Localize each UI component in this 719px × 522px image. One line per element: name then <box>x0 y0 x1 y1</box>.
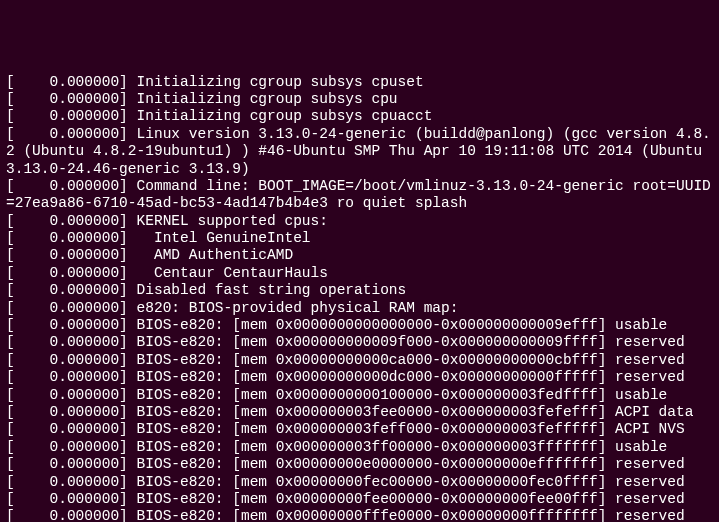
log-line: [ 0.000000] BIOS-e820: [mem 0x0000000000… <box>6 369 713 386</box>
terminal-output: [ 0.000000] Initializing cgroup subsys c… <box>6 74 713 522</box>
log-line: [ 0.000000] Centaur CentaurHauls <box>6 265 713 282</box>
log-line: [ 0.000000] BIOS-e820: [mem 0x000000003f… <box>6 439 713 456</box>
log-line: [ 0.000000] BIOS-e820: [mem 0x0000000000… <box>6 387 713 404</box>
log-line: [ 0.000000] e820: BIOS-provided physical… <box>6 300 713 317</box>
log-line: [ 0.000000] BIOS-e820: [mem 0x0000000000… <box>6 317 713 334</box>
log-line: [ 0.000000] Initializing cgroup subsys c… <box>6 74 713 91</box>
log-line: [ 0.000000] BIOS-e820: [mem 0x0000000000… <box>6 334 713 351</box>
log-line: [ 0.000000] Disabled fast string operati… <box>6 282 713 299</box>
log-line: [ 0.000000] BIOS-e820: [mem 0x0000000000… <box>6 352 713 369</box>
log-line: [ 0.000000] BIOS-e820: [mem 0x00000000ff… <box>6 508 713 522</box>
log-line: [ 0.000000] Linux version 3.13.0-24-gene… <box>6 126 713 178</box>
log-line: [ 0.000000] BIOS-e820: [mem 0x00000000fe… <box>6 474 713 491</box>
log-line: [ 0.000000] KERNEL supported cpus: <box>6 213 713 230</box>
log-line: [ 0.000000] Intel GenuineIntel <box>6 230 713 247</box>
log-line: [ 0.000000] BIOS-e820: [mem 0x00000000fe… <box>6 491 713 508</box>
log-line: [ 0.000000] AMD AuthenticAMD <box>6 247 713 264</box>
log-line: [ 0.000000] BIOS-e820: [mem 0x00000000e0… <box>6 456 713 473</box>
log-line: [ 0.000000] BIOS-e820: [mem 0x000000003f… <box>6 404 713 421</box>
log-line: [ 0.000000] Initializing cgroup subsys c… <box>6 108 713 125</box>
log-line: [ 0.000000] BIOS-e820: [mem 0x000000003f… <box>6 421 713 438</box>
log-line: [ 0.000000] Initializing cgroup subsys c… <box>6 91 713 108</box>
log-line: [ 0.000000] Command line: BOOT_IMAGE=/bo… <box>6 178 713 213</box>
